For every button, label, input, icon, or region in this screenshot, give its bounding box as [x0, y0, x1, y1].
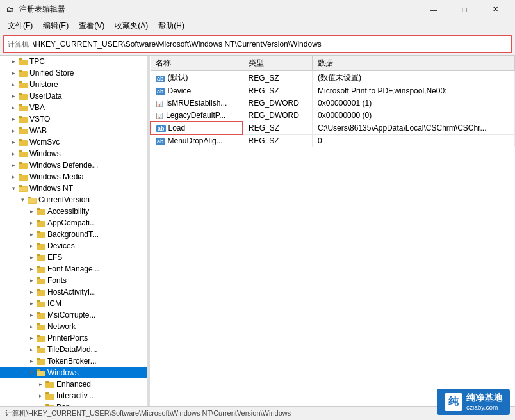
tree-item-windows-media[interactable]: ▸Windows Media — [0, 171, 147, 182]
tree-expander[interactable]: ▸ — [27, 357, 36, 366]
registry-name-text: MenuDropAlig... — [168, 136, 223, 145]
tree-expander[interactable]: ▸ — [27, 299, 36, 308]
tree-expander[interactable]: ▸ — [9, 161, 18, 170]
menu-item[interactable]: 收藏夹(A) — [110, 19, 153, 33]
tree-expander[interactable]: ▾ — [27, 368, 36, 377]
tree-expander[interactable]: ▸ — [9, 57, 18, 66]
tree-item-backgroundt[interactable]: ▸BackgroundT... — [0, 229, 147, 240]
tree-expander[interactable]: ▸ — [27, 218, 36, 227]
tree-expander[interactable]: ▸ — [36, 380, 45, 389]
reg-type-icon: ab — [156, 86, 165, 95]
close-button[interactable]: ✕ — [480, 0, 510, 19]
svg-rect-26 — [28, 197, 31, 198]
tree-item-windows-defender[interactable]: ▸Windows Defende... — [0, 159, 147, 171]
minimize-button[interactable]: — — [419, 0, 448, 19]
tree-item-fonts[interactable]: ▸Fonts — [0, 275, 147, 286]
tree-item-font-manage[interactable]: ▸Font Manage... — [0, 263, 147, 275]
tree-item-hostactivity[interactable]: ▸HostActivityI... — [0, 286, 147, 298]
maximize-button[interactable]: □ — [450, 0, 479, 19]
tree-item-wcmsvc[interactable]: ▸WcmSvc — [0, 136, 147, 148]
svg-rect-35 — [37, 243, 40, 245]
folder-icon — [36, 287, 46, 297]
tree-expander[interactable]: ▸ — [27, 322, 36, 331]
tree-expander[interactable]: ▸ — [27, 230, 36, 239]
registry-data: 0x00000000 (0) — [313, 109, 515, 122]
tree-expander[interactable]: ▸ — [27, 311, 36, 319]
tree-expander[interactable]: ▸ — [36, 391, 45, 400]
tree-expander[interactable]: ▸ — [27, 207, 36, 216]
menu-item[interactable]: 文件(F) — [3, 19, 38, 33]
registry-row-legacydefault[interactable]: 📊LegacyDefaultP...REG_DWORD0x00000000 (0… — [151, 109, 515, 122]
folder-icon — [18, 160, 28, 170]
tree-item-userdata[interactable]: ▸UserData — [0, 90, 147, 102]
tree-item-network[interactable]: ▸Network — [0, 321, 147, 332]
tree-item-enhanced[interactable]: ▸Enhanced — [0, 378, 147, 390]
tree-item-accessibility[interactable]: ▸Accessibility — [0, 206, 147, 217]
svg-rect-33 — [37, 231, 40, 233]
tree-item-tiledatamod[interactable]: ▸TileDataMod... — [0, 344, 147, 355]
tree-item-icm[interactable]: ▸ICM — [0, 298, 147, 309]
registry-row-menudropalign[interactable]: abMenuDropAlig...REG_SZ0 — [151, 134, 515, 147]
tree-expander[interactable]: ▸ — [9, 138, 18, 147]
tree-item-appcompat[interactable]: ▸AppCompati... — [0, 217, 147, 229]
watermark-logo: 纯 — [445, 393, 462, 411]
tree-expander[interactable]: ▸ — [9, 149, 18, 158]
registry-row-ismru[interactable]: 📊IsMRUEstablish...REG_DWORD0x00000001 (1… — [151, 97, 515, 109]
folder-icon — [18, 114, 28, 124]
tree-item-wab[interactable]: ▸WAB — [0, 125, 147, 136]
svg-rect-8 — [19, 106, 28, 111]
tree-item-unified-store[interactable]: ▸Unified Store — [0, 67, 147, 79]
tree-expander[interactable]: ▸ — [9, 80, 18, 89]
tree-item-windows-selected[interactable]: ▾Windows — [0, 367, 147, 378]
tree-item-tpc[interactable]: ▸TPC — [0, 56, 147, 67]
tree-expander[interactable]: ▾ — [18, 195, 27, 204]
svg-rect-30 — [37, 221, 45, 227]
registry-name: 📊IsMRUEstablish... — [151, 97, 243, 109]
tree-label: Pen — [56, 403, 70, 406]
tree-item-devices[interactable]: ▸Devices — [0, 240, 147, 252]
tree-item-vba[interactable]: ▸VBA — [0, 102, 147, 113]
tree-expander[interactable]: ▸ — [36, 403, 45, 406]
tree-expander[interactable]: ▾ — [9, 184, 18, 193]
registry-row-default[interactable]: ab(默认)REG_SZ(数值未设置) — [151, 71, 515, 85]
tree-item-pen[interactable]: ▸Pen — [0, 401, 147, 406]
folder-icon — [36, 229, 46, 239]
tree-item-windows-nt[interactable]: ▾Windows NT — [0, 182, 147, 194]
registry-data: C:\Users\86135\AppData\Local\CSChrm\CSCh… — [313, 122, 515, 134]
tree-item-printerports[interactable]: ▸PrinterPorts — [0, 332, 147, 344]
tree-expander[interactable]: ▸ — [9, 69, 18, 77]
menu-item[interactable]: 帮助(H) — [153, 19, 190, 33]
folder-icon — [18, 183, 28, 193]
tree-expander[interactable]: ▸ — [9, 103, 18, 112]
registry-row-load[interactable]: abLoadREG_SZC:\Users\86135\AppData\Local… — [151, 122, 515, 134]
tree-item-efs[interactable]: ▸EFS — [0, 252, 147, 263]
tree-expander[interactable]: ▸ — [9, 172, 18, 181]
tree-expander[interactable]: ▸ — [27, 334, 36, 343]
tree-item-windows-item[interactable]: ▸Windows — [0, 148, 147, 159]
tree-expander[interactable]: ▸ — [27, 241, 36, 250]
tree-expander[interactable]: ▸ — [9, 126, 18, 135]
registry-name-text: Device — [168, 86, 192, 95]
menu-item[interactable]: 编辑(E) — [38, 19, 74, 33]
tree-expander[interactable]: ▸ — [27, 287, 36, 296]
svg-rect-4 — [19, 83, 28, 88]
svg-rect-15 — [19, 139, 22, 141]
registry-row-device[interactable]: abDeviceREG_SZMicrosoft Print to PDF,win… — [151, 85, 515, 97]
tree-expander[interactable]: ▸ — [9, 115, 18, 124]
tree-item-unistore[interactable]: ▸Unistore — [0, 79, 147, 90]
registry-data: 0x00000001 (1) — [313, 97, 515, 109]
tree-item-current-version[interactable]: ▾CurrentVersion — [0, 194, 147, 206]
tree-item-msicorrupte[interactable]: ▸MsiCorrupte... — [0, 309, 147, 321]
tree-item-interactiv[interactable]: ▸Interactiv... — [0, 390, 147, 401]
tree-expander[interactable]: ▸ — [9, 92, 18, 101]
menu-item[interactable]: 查看(V) — [74, 19, 110, 33]
svg-rect-37 — [37, 254, 40, 256]
tree-expander[interactable]: ▸ — [27, 276, 36, 285]
tree-expander[interactable]: ▸ — [27, 253, 36, 262]
svg-rect-48 — [37, 325, 45, 330]
tree-label: WAB — [29, 126, 47, 135]
tree-item-vsto[interactable]: ▸VSTO — [0, 113, 147, 125]
tree-expander[interactable]: ▸ — [27, 264, 36, 273]
tree-item-tokenbroker[interactable]: ▸TokenBroker... — [0, 355, 147, 367]
tree-expander[interactable]: ▸ — [27, 345, 36, 354]
